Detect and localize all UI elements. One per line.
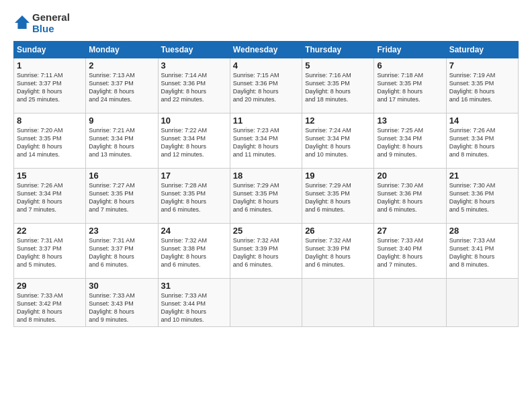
calendar-cell	[374, 279, 446, 327]
calendar-cell: 20Sunrise: 7:30 AM Sunset: 3:36 PM Dayli…	[374, 169, 446, 224]
day-number: 12	[305, 116, 371, 126]
weekday-header-sunday: Sunday	[14, 42, 86, 58]
calendar-cell: 16Sunrise: 7:27 AM Sunset: 3:35 PM Dayli…	[86, 169, 158, 224]
calendar-cell: 9Sunrise: 7:21 AM Sunset: 3:34 PM Daylig…	[86, 113, 158, 169]
calendar-cell: 25Sunrise: 7:32 AM Sunset: 3:39 PM Dayli…	[230, 224, 302, 279]
calendar-week-4: 22Sunrise: 7:31 AM Sunset: 3:37 PM Dayli…	[14, 224, 519, 279]
day-number: 30	[89, 281, 154, 291]
day-info: Sunrise: 7:16 AM Sunset: 3:35 PM Dayligh…	[305, 71, 371, 104]
calendar-cell: 23Sunrise: 7:31 AM Sunset: 3:37 PM Dayli…	[86, 224, 158, 279]
calendar-cell: 28Sunrise: 7:33 AM Sunset: 3:41 PM Dayli…	[446, 224, 518, 279]
day-info: Sunrise: 7:33 AM Sunset: 3:42 PM Dayligh…	[17, 291, 83, 324]
calendar-cell: 29Sunrise: 7:33 AM Sunset: 3:42 PM Dayli…	[14, 279, 86, 327]
day-number: 3	[161, 60, 227, 71]
day-info: Sunrise: 7:18 AM Sunset: 3:35 PM Dayligh…	[377, 71, 443, 104]
day-info: Sunrise: 7:33 AM Sunset: 3:43 PM Dayligh…	[89, 291, 154, 324]
day-info: Sunrise: 7:33 AM Sunset: 3:40 PM Dayligh…	[377, 236, 443, 269]
calendar-cell: 24Sunrise: 7:32 AM Sunset: 3:38 PM Dayli…	[158, 224, 230, 279]
day-number: 8	[17, 116, 83, 126]
day-info: Sunrise: 7:28 AM Sunset: 3:35 PM Dayligh…	[161, 181, 227, 214]
calendar-cell: 18Sunrise: 7:29 AM Sunset: 3:35 PM Dayli…	[230, 169, 302, 224]
calendar-cell: 14Sunrise: 7:26 AM Sunset: 3:34 PM Dayli…	[446, 113, 518, 169]
logo-icon	[15, 15, 30, 30]
day-number: 28	[449, 226, 515, 236]
day-info: Sunrise: 7:29 AM Sunset: 3:35 PM Dayligh…	[233, 181, 299, 214]
day-info: Sunrise: 7:26 AM Sunset: 3:34 PM Dayligh…	[17, 181, 83, 214]
day-number: 26	[305, 226, 371, 236]
day-number: 22	[17, 226, 83, 236]
day-number: 20	[377, 171, 443, 181]
day-number: 16	[89, 171, 154, 181]
day-info: Sunrise: 7:24 AM Sunset: 3:34 PM Dayligh…	[305, 126, 371, 159]
day-number: 18	[233, 171, 299, 181]
calendar-week-5: 29Sunrise: 7:33 AM Sunset: 3:42 PM Dayli…	[14, 279, 519, 327]
day-number: 27	[377, 226, 443, 236]
day-number: 5	[305, 60, 371, 71]
calendar-cell: 26Sunrise: 7:32 AM Sunset: 3:39 PM Dayli…	[302, 224, 374, 279]
day-number: 4	[233, 60, 299, 71]
calendar-cell: 11Sunrise: 7:23 AM Sunset: 3:34 PM Dayli…	[230, 113, 302, 169]
calendar-cell: 7Sunrise: 7:19 AM Sunset: 3:35 PM Daylig…	[446, 58, 518, 113]
day-info: Sunrise: 7:33 AM Sunset: 3:41 PM Dayligh…	[449, 236, 515, 269]
day-info: Sunrise: 7:32 AM Sunset: 3:39 PM Dayligh…	[233, 236, 299, 269]
calendar-cell: 10Sunrise: 7:22 AM Sunset: 3:34 PM Dayli…	[158, 113, 230, 169]
logo-text-general: General	[32, 12, 70, 24]
calendar-header-row: SundayMondayTuesdayWednesdayThursdayFrid…	[14, 42, 519, 58]
weekday-header-monday: Monday	[86, 42, 158, 58]
calendar-cell: 12Sunrise: 7:24 AM Sunset: 3:34 PM Dayli…	[302, 113, 374, 169]
page: General Blue SundayMondayTuesdayWednesda…	[0, 0, 532, 411]
weekday-header-tuesday: Tuesday	[158, 42, 230, 58]
day-info: Sunrise: 7:21 AM Sunset: 3:34 PM Dayligh…	[89, 126, 154, 159]
calendar-cell: 13Sunrise: 7:25 AM Sunset: 3:34 PM Dayli…	[374, 113, 446, 169]
weekday-header-wednesday: Wednesday	[230, 42, 302, 58]
day-info: Sunrise: 7:29 AM Sunset: 3:35 PM Dayligh…	[305, 181, 371, 214]
day-info: Sunrise: 7:26 AM Sunset: 3:34 PM Dayligh…	[449, 126, 515, 159]
calendar-cell: 6Sunrise: 7:18 AM Sunset: 3:35 PM Daylig…	[374, 58, 446, 113]
calendar-cell: 22Sunrise: 7:31 AM Sunset: 3:37 PM Dayli…	[14, 224, 86, 279]
day-number: 15	[17, 171, 83, 181]
calendar-cell	[230, 279, 302, 327]
day-number: 21	[449, 171, 515, 181]
calendar-cell: 31Sunrise: 7:33 AM Sunset: 3:44 PM Dayli…	[158, 279, 230, 327]
weekday-header-saturday: Saturday	[446, 42, 518, 58]
day-number: 24	[161, 226, 227, 236]
svg-marker-0	[15, 15, 30, 29]
day-info: Sunrise: 7:32 AM Sunset: 3:39 PM Dayligh…	[305, 236, 371, 269]
calendar-cell: 5Sunrise: 7:16 AM Sunset: 3:35 PM Daylig…	[302, 58, 374, 113]
day-number: 23	[89, 226, 154, 236]
day-number: 1	[17, 60, 83, 71]
day-number: 9	[89, 116, 154, 126]
calendar-cell: 30Sunrise: 7:33 AM Sunset: 3:43 PM Dayli…	[86, 279, 158, 327]
day-info: Sunrise: 7:20 AM Sunset: 3:35 PM Dayligh…	[17, 126, 83, 159]
day-number: 14	[449, 116, 515, 126]
day-number: 11	[233, 116, 299, 126]
calendar-table: SundayMondayTuesdayWednesdayThursdayFrid…	[13, 41, 519, 327]
day-number: 25	[233, 226, 299, 236]
logo-text-blue: Blue	[32, 24, 70, 35]
calendar-cell: 19Sunrise: 7:29 AM Sunset: 3:35 PM Dayli…	[302, 169, 374, 224]
day-info: Sunrise: 7:23 AM Sunset: 3:34 PM Dayligh…	[233, 126, 299, 159]
day-info: Sunrise: 7:22 AM Sunset: 3:34 PM Dayligh…	[161, 126, 227, 159]
day-info: Sunrise: 7:25 AM Sunset: 3:34 PM Dayligh…	[377, 126, 443, 159]
day-info: Sunrise: 7:13 AM Sunset: 3:37 PM Dayligh…	[89, 71, 154, 104]
calendar-cell	[302, 279, 374, 327]
day-info: Sunrise: 7:31 AM Sunset: 3:37 PM Dayligh…	[89, 236, 154, 269]
calendar-cell: 4Sunrise: 7:15 AM Sunset: 3:36 PM Daylig…	[230, 58, 302, 113]
calendar-week-1: 1Sunrise: 7:11 AM Sunset: 3:37 PM Daylig…	[14, 58, 519, 113]
day-number: 29	[17, 281, 83, 291]
day-number: 6	[377, 60, 443, 71]
day-info: Sunrise: 7:33 AM Sunset: 3:44 PM Dayligh…	[161, 291, 227, 324]
weekday-header-thursday: Thursday	[302, 42, 374, 58]
calendar-cell: 15Sunrise: 7:26 AM Sunset: 3:34 PM Dayli…	[14, 169, 86, 224]
day-info: Sunrise: 7:30 AM Sunset: 3:36 PM Dayligh…	[449, 181, 515, 214]
day-info: Sunrise: 7:19 AM Sunset: 3:35 PM Dayligh…	[449, 71, 515, 104]
day-number: 10	[161, 116, 227, 126]
calendar-cell: 2Sunrise: 7:13 AM Sunset: 3:37 PM Daylig…	[86, 58, 158, 113]
calendar-week-2: 8Sunrise: 7:20 AM Sunset: 3:35 PM Daylig…	[14, 113, 519, 169]
day-number: 7	[449, 60, 515, 71]
calendar-cell: 3Sunrise: 7:14 AM Sunset: 3:36 PM Daylig…	[158, 58, 230, 113]
day-info: Sunrise: 7:30 AM Sunset: 3:36 PM Dayligh…	[377, 181, 443, 214]
calendar-week-3: 15Sunrise: 7:26 AM Sunset: 3:34 PM Dayli…	[14, 169, 519, 224]
day-info: Sunrise: 7:31 AM Sunset: 3:37 PM Dayligh…	[17, 236, 83, 269]
calendar-cell: 1Sunrise: 7:11 AM Sunset: 3:37 PM Daylig…	[14, 58, 86, 113]
